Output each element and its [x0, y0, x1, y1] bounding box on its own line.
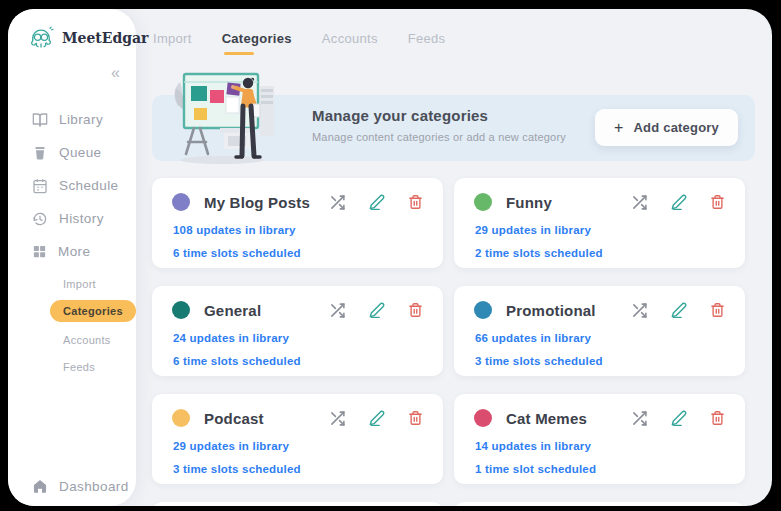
- shuffle-icon[interactable]: [631, 194, 648, 211]
- delete-icon[interactable]: [408, 410, 423, 426]
- shuffle-icon[interactable]: [631, 302, 648, 319]
- sidebar-item-label: Library: [59, 112, 103, 127]
- collapse-sidebar-icon[interactable]: «: [111, 65, 120, 81]
- updates-link[interactable]: 108 updates in library: [173, 224, 423, 236]
- sidebar-item-history[interactable]: History: [32, 202, 130, 235]
- shuffle-icon[interactable]: [329, 194, 346, 211]
- category-card: Cat Memes 14 updates in library 1 time s…: [454, 394, 745, 484]
- slots-link[interactable]: 3 time slots scheduled: [475, 355, 725, 367]
- category-card: General 24 updates in library 6 time slo…: [152, 286, 443, 376]
- shuffle-icon[interactable]: [329, 410, 346, 427]
- edit-icon[interactable]: [671, 302, 687, 318]
- slots-link[interactable]: 3 time slots scheduled: [173, 463, 423, 475]
- logo-text: MeetEdgar: [62, 30, 148, 46]
- sidebar-item-dashboard[interactable]: Dashboard: [32, 478, 129, 494]
- grid-icon: [32, 244, 47, 259]
- tab-categories[interactable]: Categories: [222, 31, 292, 55]
- edit-icon[interactable]: [671, 410, 687, 426]
- category-color-dot: [474, 301, 492, 319]
- sidebar-subitem-categories[interactable]: Categories: [50, 300, 136, 322]
- sidebar-subitem-accounts[interactable]: Accounts: [63, 326, 130, 353]
- tab-feeds[interactable]: Feeds: [408, 31, 446, 55]
- delete-icon[interactable]: [710, 194, 725, 210]
- delete-icon[interactable]: [710, 410, 725, 426]
- add-category-button[interactable]: + Add category: [595, 109, 738, 146]
- shuffle-icon[interactable]: [329, 302, 346, 319]
- slots-link[interactable]: 2 time slots scheduled: [475, 247, 725, 259]
- category-name: Podcast: [204, 410, 264, 427]
- category-card-grid: My Blog Posts 108 updates in library 6 t…: [152, 178, 745, 506]
- shuffle-icon[interactable]: [631, 410, 648, 427]
- category-card-partial: [152, 502, 443, 506]
- sidebar-item-label: Schedule: [59, 178, 119, 193]
- updates-link[interactable]: 66 updates in library: [475, 332, 725, 344]
- sidebar-subitem-import[interactable]: Import: [63, 270, 130, 297]
- home-icon: [32, 478, 48, 494]
- category-name: General: [204, 302, 261, 319]
- edit-icon[interactable]: [369, 302, 385, 318]
- logo[interactable]: MeetEdgar: [26, 23, 148, 53]
- category-color-dot: [172, 301, 190, 319]
- tab-accounts[interactable]: Accounts: [322, 31, 378, 55]
- delete-icon[interactable]: [408, 194, 423, 210]
- app-window: MeetEdgar « Library Queue: [8, 9, 772, 506]
- sidebar-item-label: Dashboard: [59, 479, 129, 494]
- category-color-dot: [474, 409, 492, 427]
- updates-link[interactable]: 14 updates in library: [475, 440, 725, 452]
- add-category-label: Add category: [634, 120, 719, 135]
- sidebar: MeetEdgar « Library Queue: [8, 9, 136, 506]
- edit-icon[interactable]: [671, 194, 687, 210]
- banner-subtitle: Manage content categories or add a new c…: [312, 131, 566, 143]
- categories-illustration: [164, 66, 286, 166]
- category-card: My Blog Posts 108 updates in library 6 t…: [152, 178, 443, 268]
- category-name: Cat Memes: [506, 410, 587, 427]
- sidebar-nav: Library Queue Schedule: [32, 103, 130, 380]
- category-name: My Blog Posts: [204, 194, 310, 211]
- category-card: Podcast 29 updates in library 3 time slo…: [152, 394, 443, 484]
- plus-icon: +: [614, 119, 624, 137]
- banner-text: Manage your categories Manage content ca…: [312, 107, 566, 143]
- updates-link[interactable]: 29 updates in library: [173, 440, 423, 452]
- slots-link[interactable]: 6 time slots scheduled: [173, 355, 423, 367]
- tab-bar: Import Categories Accounts Feeds: [153, 31, 445, 55]
- edit-icon[interactable]: [369, 410, 385, 426]
- slots-link[interactable]: 1 time slot scheduled: [475, 463, 725, 475]
- banner-title: Manage your categories: [312, 107, 566, 124]
- book-icon: [32, 112, 48, 128]
- sidebar-item-label: More: [58, 244, 90, 259]
- category-color-dot: [172, 409, 190, 427]
- updates-link[interactable]: 29 updates in library: [475, 224, 725, 236]
- category-color-dot: [172, 193, 190, 211]
- category-name: Funny: [506, 194, 552, 211]
- sidebar-item-label: Queue: [59, 145, 102, 160]
- history-clock-icon: [32, 211, 48, 227]
- edit-icon[interactable]: [369, 194, 385, 210]
- queue-icon: [32, 145, 48, 161]
- sidebar-subnav: Import Categories Accounts Feeds: [63, 270, 130, 380]
- sidebar-subitem-feeds[interactable]: Feeds: [63, 353, 130, 380]
- sidebar-item-schedule[interactable]: Schedule: [32, 169, 130, 202]
- sidebar-item-library[interactable]: Library: [32, 103, 130, 136]
- category-card: Funny 29 updates in library 2 time slots…: [454, 178, 745, 268]
- category-card: Promotional 66 updates in library 3 time…: [454, 286, 745, 376]
- sidebar-item-label: History: [59, 211, 104, 226]
- category-name: Promotional: [506, 302, 596, 319]
- main-content: Import Categories Accounts Feeds Manage …: [136, 9, 772, 506]
- sidebar-item-queue[interactable]: Queue: [32, 136, 130, 169]
- slots-link[interactable]: 6 time slots scheduled: [173, 247, 423, 259]
- sidebar-item-more[interactable]: More: [32, 235, 130, 268]
- updates-link[interactable]: 24 updates in library: [173, 332, 423, 344]
- category-card-partial: [454, 502, 745, 506]
- delete-icon[interactable]: [408, 302, 423, 318]
- category-color-dot: [474, 193, 492, 211]
- calendar-icon: [32, 178, 48, 194]
- tab-import[interactable]: Import: [153, 31, 192, 55]
- delete-icon[interactable]: [710, 302, 725, 318]
- octopus-logo-icon: [26, 23, 56, 53]
